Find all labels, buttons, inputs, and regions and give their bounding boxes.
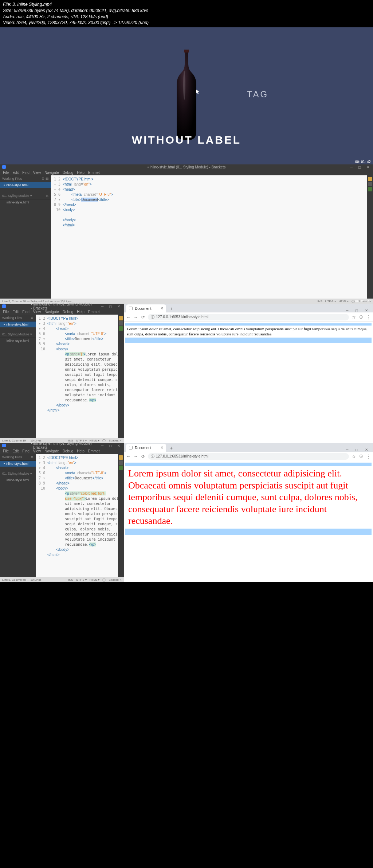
menu-emmet[interactable]: Emmet: [88, 171, 100, 175]
chrome-browser-2: Document × + ─ ◻ ✕ ← → ⟳ ⓘ 127.0.0.1:605…: [124, 443, 373, 582]
forward-icon[interactable]: →: [133, 454, 138, 459]
forward-icon[interactable]: →: [133, 315, 138, 320]
project-file[interactable]: inline-style.html: [0, 338, 36, 344]
menubar[interactable]: File Edit Find View Navigate Debug Help …: [0, 170, 373, 175]
status-ins[interactable]: INS: [317, 300, 322, 303]
right-toolbar[interactable]: [118, 315, 124, 438]
working-files-header[interactable]: Working Files⚙: [0, 454, 36, 461]
menu-file[interactable]: File: [3, 171, 9, 175]
window-controls[interactable]: ─ ◻ ✕: [350, 165, 372, 169]
paragraph-text-large[interactable]: Lorem ipsum dolor sit amet, consectetur …: [125, 466, 372, 529]
working-file[interactable]: • inline-style.html: [0, 322, 36, 327]
chrome-tabbar[interactable]: Document × + ─ ◻ ✕: [124, 443, 373, 452]
window-controls[interactable]: ─ ◻ ✕: [346, 308, 373, 312]
emmet-icon[interactable]: [119, 326, 123, 331]
project-file[interactable]: inline-style.html: [0, 477, 36, 483]
code-content[interactable]: <!DOCTYPE html> <html lang="en"> <head> …: [47, 454, 118, 577]
account-icon[interactable]: ☉: [358, 454, 364, 459]
emmet-icon[interactable]: [119, 466, 123, 470]
new-tab-button[interactable]: +: [168, 305, 175, 312]
meta-video: Video: h264, yuv420p, 1280x720, 745 kb/s…: [3, 20, 370, 26]
window-title: • inline-style.html (01. Styling Module)…: [31, 441, 93, 449]
back-icon[interactable]: ←: [126, 454, 131, 459]
menu-navigate[interactable]: Navigate: [44, 310, 59, 314]
info-icon[interactable]: ⓘ: [151, 454, 154, 459]
code-editor[interactable]: 1 2 ▾ 3 ▾ 4 5 6 7 ▾ 8 9 10 <!DOCTYPE htm…: [36, 315, 118, 438]
project-header[interactable]: 01. Styling Module ▾: [0, 331, 36, 338]
reload-icon[interactable]: ⟳: [141, 315, 146, 320]
timestamp: 00:01:22: [355, 299, 371, 303]
live-preview-icon[interactable]: [119, 316, 123, 320]
sidebar[interactable]: Working Files⚙ ▦ • inline-style.html 01.…: [0, 175, 51, 299]
browser-tab[interactable]: Document ×: [126, 304, 166, 312]
chrome-toolbar[interactable]: ← → ⟳ ⓘ 127.0.0.1:60531/inline-style.htm…: [124, 452, 373, 461]
address-bar[interactable]: ⓘ 127.0.0.1:60531/inline-style.html: [148, 453, 349, 460]
menu-file[interactable]: File: [3, 310, 9, 314]
star-icon[interactable]: ☆: [351, 315, 356, 320]
menu-edit[interactable]: Edit: [12, 310, 19, 314]
info-icon[interactable]: ⓘ: [151, 315, 154, 320]
menu-find[interactable]: Find: [22, 171, 29, 175]
close-tab-icon[interactable]: ×: [161, 445, 163, 450]
close-tab-icon[interactable]: ×: [161, 306, 163, 311]
extensions-icon[interactable]: [119, 321, 123, 326]
right-toolbar[interactable]: [118, 454, 124, 577]
menu-find[interactable]: Find: [22, 310, 29, 314]
working-files-header[interactable]: Working Files⚙: [0, 315, 36, 322]
menu-edit[interactable]: Edit: [12, 171, 19, 175]
chrome-toolbar[interactable]: ← → ⟳ ⓘ 127.0.0.1:60531/inline-style.htm…: [124, 312, 373, 322]
working-file[interactable]: • inline-style.html: [0, 182, 51, 188]
menu-navigate[interactable]: Navigate: [44, 171, 59, 175]
account-icon[interactable]: ☉: [358, 315, 364, 320]
sidebar[interactable]: Working Files⚙ • inline-style.html 01. S…: [0, 454, 36, 577]
menu-help[interactable]: Help: [77, 310, 85, 314]
menu-view[interactable]: View: [33, 171, 41, 175]
back-icon[interactable]: ←: [126, 315, 131, 320]
reload-icon[interactable]: ⟳: [141, 454, 146, 459]
chrome-tabbar[interactable]: Document × + ─ ◻ ✕: [124, 304, 373, 312]
brackets-editor-1: • inline-style.html (01. Styling Module)…: [0, 164, 373, 304]
code-editor[interactable]: 1 2 ▾ 3 ▾ 4 5 6 7 ▾ 8 9 10 <!DOCTYPE htm…: [51, 175, 367, 299]
sidebar[interactable]: Working Files⚙ • inline-style.html 01. S…: [0, 315, 36, 438]
window-controls[interactable]: ─ ◻ ✕: [101, 304, 122, 308]
project-file[interactable]: inline-style.html: [0, 199, 51, 205]
status-encoding[interactable]: UTF-8 ▾: [325, 300, 336, 303]
star-icon[interactable]: ☆: [351, 454, 356, 459]
working-file[interactable]: • inline-style.html: [0, 461, 36, 467]
menu-debug[interactable]: Debug: [63, 310, 73, 314]
menu-emmet[interactable]: Emmet: [88, 310, 100, 314]
menu-view[interactable]: View: [33, 310, 41, 314]
working-files-header[interactable]: Working Files⚙ ▦: [0, 175, 51, 182]
project-header[interactable]: 01. Styling Module ▾▷: [0, 192, 51, 199]
brackets-editor-2: • inline-style.html (01. Styling Module)…: [0, 304, 124, 443]
right-toolbar[interactable]: [367, 175, 373, 299]
titlebar[interactable]: • inline-style.html (01. Styling Module)…: [0, 164, 373, 170]
titlebar[interactable]: • inline-style.html (01. Styling Module)…: [0, 443, 124, 448]
menu-debug[interactable]: Debug: [63, 171, 73, 175]
code-content[interactable]: <!DOCTYPE html> <html lang="en"> <head> …: [63, 175, 367, 299]
new-tab-button[interactable]: +: [168, 444, 175, 452]
code-editor[interactable]: 1 2 ▾ 3 ▾ 4 5 6 7 ▾ 8 9 10 <!DOCTYPE htm…: [36, 454, 118, 577]
address-bar[interactable]: ⓘ 127.0.0.1:60531/inline-style.html: [148, 314, 349, 320]
statusbar[interactable]: Line 8, Column 50 — 10 Lines INS UTF-8 ▾…: [0, 577, 124, 582]
window-controls[interactable]: ─ ◻ ✕: [101, 444, 122, 448]
window-title: • inline-style.html (01. Styling Module)…: [31, 302, 93, 310]
emmet-icon[interactable]: [368, 187, 372, 191]
menu-icon[interactable]: ⋮: [366, 454, 371, 459]
status-lang[interactable]: HTML ▾: [339, 300, 349, 303]
live-preview-icon[interactable]: [368, 177, 372, 181]
code-content[interactable]: <!DOCTYPE html> <html lang="en"> <head> …: [47, 315, 118, 438]
live-preview-icon[interactable]: [119, 455, 123, 460]
slide-subtitle: WITHOUT LABEL: [132, 134, 241, 146]
menu-icon[interactable]: ⋮: [366, 315, 371, 320]
extensions-icon[interactable]: [368, 182, 372, 186]
project-header[interactable]: 01. Styling Module ▾: [0, 470, 36, 477]
favicon-icon: [129, 307, 133, 310]
titlebar[interactable]: • inline-style.html (01. Styling Module)…: [0, 304, 124, 309]
paragraph-text[interactable]: Lorem ipsum dolor sit amet, consectetur …: [125, 326, 372, 338]
menu-help[interactable]: Help: [77, 171, 85, 175]
slide-tag-label: TAG: [247, 89, 269, 100]
browser-tab[interactable]: Document ×: [126, 444, 166, 452]
extensions-icon[interactable]: [119, 460, 123, 465]
window-controls[interactable]: ─ ◻ ✕: [346, 448, 373, 452]
